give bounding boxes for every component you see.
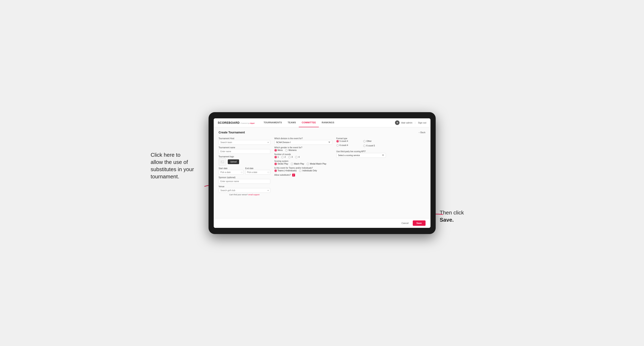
end-date-input[interactable] (245, 170, 270, 175)
scoring-stroke[interactable]: Stroke Play (274, 163, 288, 165)
rounds-radio-group: 1 2 3 (274, 156, 332, 158)
venue-group: Venue ▾ Can't find your venue? email sup… (219, 185, 270, 196)
substitutes-checkbox[interactable] (292, 173, 295, 176)
scoring-medal[interactable]: Medal Match Play (306, 163, 326, 165)
substitutes-row: Allow substitutes? (274, 173, 332, 176)
nav-item-committee[interactable]: COMMITTEE (299, 118, 319, 127)
rounds-1[interactable]: 1 (274, 156, 279, 158)
nav-user: B blair admin | Sign out (395, 120, 426, 125)
gender-mens-radio[interactable] (274, 149, 277, 152)
form-col-left: Tournament Host ▾ Tournament name Tourna (219, 137, 270, 197)
rounds-4-radio[interactable] (295, 156, 298, 158)
scoring-match-radio[interactable] (291, 163, 293, 165)
svg-point-3 (221, 161, 222, 162)
tournament-logo-group: Tournament logo Upload (219, 156, 270, 166)
format-5count4-radio[interactable] (336, 140, 339, 143)
tournament-logo-label: Tournament logo (219, 156, 270, 158)
format-6count5[interactable]: 6 count 5 (363, 145, 386, 147)
nav-bar: SCOREBOARD Powered by clippd TOURNAMENTS… (214, 118, 430, 127)
nav-item-teams[interactable]: TEAMS (285, 118, 299, 127)
logo-upload-area: Upload (219, 158, 270, 166)
back-button[interactable]: ‹ Back (419, 131, 425, 134)
scoring-api-select[interactable]: Select a scoring service (336, 153, 386, 158)
rounds-2[interactable]: 2 (281, 156, 286, 158)
event-teams-radio[interactable] (274, 170, 277, 172)
scoring-match[interactable]: Match Play (291, 163, 304, 165)
start-date-wrapper: □ (219, 170, 244, 175)
end-date-wrapper: □ (245, 170, 270, 175)
gender-womens[interactable]: Womens (285, 149, 296, 152)
sponsor-label: Sponsor (optional) (219, 176, 270, 178)
tournament-host-group: Tournament Host ▾ (219, 137, 270, 145)
email-support-link[interactable]: email support (248, 194, 260, 196)
cancel-button[interactable]: Cancel (400, 221, 411, 226)
form-col-right: Format type 5 count 4 Other (336, 137, 386, 197)
form-col-middle: Which division is the event for? NCAA Di… (274, 137, 332, 197)
tournament-name-label: Tournament name (219, 146, 270, 149)
gender-group: Which gender is the event for? Mens Wome… (274, 146, 332, 152)
rounds-label: Number of rounds (274, 153, 332, 156)
calendar-icon-start: □ (241, 171, 242, 173)
division-label: Which division is the event for? (274, 137, 332, 140)
event-for-group: Is this event for Teams and/or Individua… (274, 167, 332, 172)
start-date-group: Start date □ (219, 167, 244, 175)
venue-hint: Can't find your venue? email support (219, 194, 270, 196)
format-options-grid: 5 count 4 Other 6 count 4 (336, 140, 386, 147)
nav-logo: SCOREBOARD Powered by clippd (218, 121, 254, 124)
event-individuals[interactable]: Individuals Only (299, 170, 317, 172)
venue-dropdown-icon: ▾ (268, 189, 269, 191)
scoring-api-group: Use third-party live scoring API? Select… (336, 150, 386, 158)
gender-womens-radio[interactable] (285, 149, 288, 152)
image-icon (221, 160, 224, 164)
format-6count4-radio[interactable] (336, 144, 339, 147)
format-6count4[interactable]: 6 count 4 (336, 144, 359, 147)
format-group: Format type 5 count 4 Other (336, 137, 386, 147)
gender-radio-group: Mens Womens (274, 149, 332, 152)
nav-item-tournaments[interactable]: TOURNAMENTS (261, 118, 285, 127)
start-date-input[interactable] (219, 170, 244, 175)
format-label: Format type (336, 137, 386, 140)
save-button[interactable]: Save (413, 220, 426, 226)
scoring-stroke-radio[interactable] (274, 163, 277, 165)
nav-item-rankings[interactable]: RANKINGS (319, 118, 337, 127)
gender-mens[interactable]: Mens (274, 149, 283, 152)
calendar-icon-end: □ (268, 171, 269, 173)
rounds-2-radio[interactable] (281, 156, 284, 158)
scoring-api-label: Use third-party live scoring API? (336, 150, 386, 153)
page-title: Create Tournament (219, 131, 245, 134)
page-header: Create Tournament ‹ Back (219, 131, 426, 134)
sponsor-input[interactable] (219, 179, 270, 184)
sign-out-link[interactable]: Sign out (418, 122, 426, 124)
format-other[interactable]: Other (363, 140, 386, 143)
format-5count4[interactable]: 5 count 4 (336, 140, 359, 143)
scoring-label: Scoring system (274, 160, 332, 162)
rounds-1-radio[interactable] (274, 156, 277, 158)
sponsor-group: Sponsor (optional) (219, 176, 270, 184)
division-group: Which division is the event for? NCAA Di… (274, 137, 332, 145)
nav-items: TOURNAMENTS TEAMS COMMITTEE RANKINGS (261, 118, 395, 127)
end-date-label: End date (245, 167, 270, 170)
substitutes-group: Allow substitutes? (274, 173, 332, 176)
event-for-label: Is this event for Teams and/or Individua… (274, 167, 332, 169)
dates-row: Start date □ End date (219, 167, 270, 175)
rounds-4[interactable]: 4 (295, 156, 300, 158)
event-for-radio-group: Teams (+Individuals) Individuals Only (274, 170, 332, 172)
main-content: Create Tournament ‹ Back Tournament Host… (214, 127, 430, 218)
upload-button[interactable]: Upload (228, 159, 239, 164)
tournament-host-input[interactable] (219, 140, 270, 145)
format-6count5-radio[interactable] (363, 145, 366, 147)
tablet-screen: SCOREBOARD Powered by clippd TOURNAMENTS… (214, 118, 430, 228)
event-teams[interactable]: Teams (+Individuals) (274, 170, 297, 172)
rounds-3-radio[interactable] (288, 156, 291, 158)
format-other-radio[interactable] (363, 140, 366, 143)
start-date-label: Start date (219, 167, 244, 170)
division-select[interactable]: NCAA Division I (274, 140, 332, 145)
event-individuals-radio[interactable] (299, 170, 302, 172)
substitutes-label: Allow substitutes? (274, 174, 291, 176)
logo-placeholder (219, 158, 226, 166)
rounds-3[interactable]: 3 (288, 156, 293, 158)
venue-input[interactable] (219, 188, 270, 193)
annotation-right: Then click Save. (440, 209, 483, 223)
tournament-name-input[interactable] (219, 149, 270, 154)
scoring-medal-radio[interactable] (306, 163, 309, 165)
